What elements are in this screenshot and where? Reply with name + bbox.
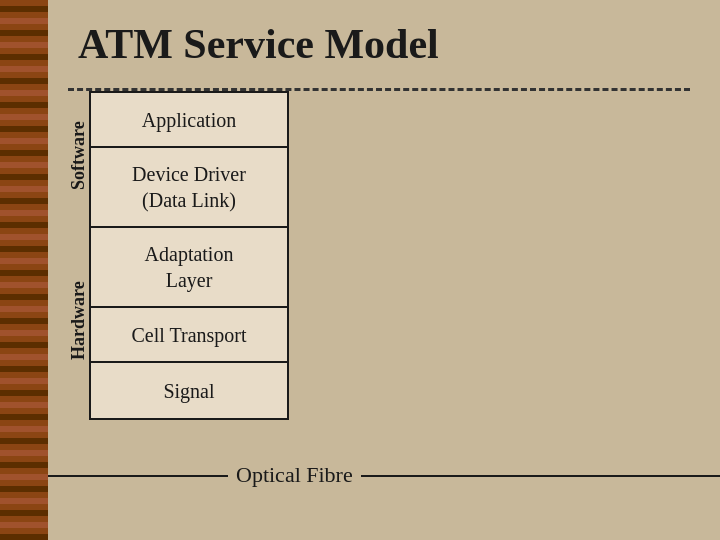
- device-driver-layer-box: Device Driver(Data Link): [91, 148, 287, 228]
- optical-fibre-line: [48, 475, 720, 477]
- main-content: ATM Service Model Software Hardware Appl…: [48, 0, 720, 540]
- application-layer-box: Application: [91, 93, 287, 148]
- adaptation-layer-label: AdaptationLayer: [145, 241, 234, 293]
- optical-fibre-label: Optical Fibre: [228, 462, 361, 488]
- optical-fibre-section: Optical Fibre: [48, 460, 720, 490]
- left-decorative-border: [0, 0, 48, 540]
- application-layer-label: Application: [142, 107, 236, 133]
- software-label: Software: [68, 91, 89, 231]
- signal-layer-label: Signal: [163, 378, 214, 404]
- signal-layer-box: Signal: [91, 363, 287, 418]
- page-title: ATM Service Model: [78, 20, 690, 68]
- hardware-label: Hardware: [68, 231, 89, 411]
- layer-stack: Application Device Driver(Data Link) Ada…: [89, 91, 289, 420]
- adaptation-layer-box: AdaptationLayer: [91, 228, 287, 308]
- cell-transport-layer-box: Cell Transport: [91, 308, 287, 363]
- device-driver-layer-label: Device Driver(Data Link): [132, 161, 246, 213]
- vertical-labels: Software Hardware: [68, 91, 89, 411]
- diagram-area: Software Hardware Application Device Dri…: [68, 91, 690, 420]
- cell-transport-layer-label: Cell Transport: [131, 322, 246, 348]
